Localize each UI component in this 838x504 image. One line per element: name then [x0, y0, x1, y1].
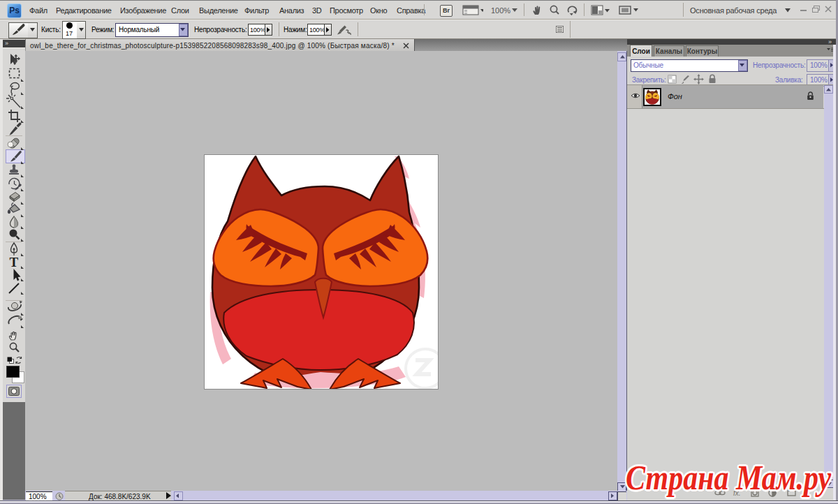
svg-text:T: T: [10, 255, 19, 269]
